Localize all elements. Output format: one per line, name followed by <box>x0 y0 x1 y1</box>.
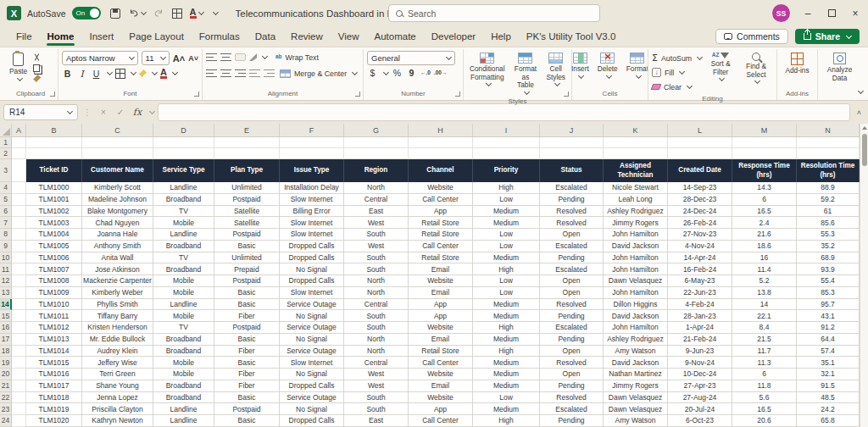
wrap-text-button[interactable]: ab Wrap Text <box>275 51 319 64</box>
table-cell[interactable]: Low <box>473 229 540 241</box>
table-cell[interactable]: No Signal <box>280 369 344 380</box>
table-cell[interactable]: TLM1017 <box>26 380 82 392</box>
number-dialog-launcher[interactable] <box>455 92 460 97</box>
row-header-5[interactable]: 5 <box>0 194 12 206</box>
cell-A2[interactable] <box>12 148 26 159</box>
restore-button[interactable] <box>826 8 837 19</box>
table-cell[interactable]: Billing Error <box>280 206 344 218</box>
cell[interactable] <box>604 148 668 159</box>
table-cell[interactable]: Basic <box>214 241 280 252</box>
table-cell[interactable]: Postpaid <box>214 275 280 287</box>
tab-help[interactable]: Help <box>483 28 519 45</box>
table-cell[interactable]: Mobile <box>153 310 214 322</box>
sort-filter-button[interactable]: AZ Sort & Filter <box>705 51 736 82</box>
table-cell[interactable]: App <box>409 403 473 415</box>
column-header-D[interactable]: D <box>153 124 214 136</box>
table-cell[interactable]: Blake Montgomery <box>82 206 153 218</box>
table-cell[interactable]: 91.5 <box>797 380 860 392</box>
table-cell[interactable]: East <box>344 206 409 218</box>
table-cell[interactable]: Prepaid <box>214 263 280 275</box>
table-cell[interactable]: Website <box>409 182 473 194</box>
table-cell[interactable]: High <box>473 322 540 334</box>
table-cell[interactable]: David Jackson <box>604 357 668 369</box>
row-header-7[interactable]: 7 <box>0 217 12 229</box>
table-cell[interactable]: TLM1012 <box>26 322 82 334</box>
table-cell[interactable]: 5.2 <box>732 275 797 287</box>
table-cell[interactable]: Landline <box>153 229 214 241</box>
increase-font-icon[interactable]: A˄ <box>173 53 185 64</box>
table-cell[interactable]: No Signal <box>280 263 344 275</box>
scrollbar-thumb[interactable] <box>862 134 867 166</box>
table-cell[interactable]: Basic <box>214 415 280 427</box>
table-cell[interactable]: East <box>344 415 409 427</box>
table-cell[interactable]: Open <box>540 369 604 380</box>
table-header-status[interactable]: Status <box>540 159 604 182</box>
table-cell[interactable]: TLM1009 <box>26 287 82 299</box>
table-cell[interactable]: North <box>344 287 409 299</box>
table-cell[interactable]: Open <box>540 287 604 299</box>
table-cell[interactable]: 4-Feb-24 <box>668 299 732 311</box>
cell-A24[interactable] <box>12 415 26 427</box>
table-cell[interactable]: 26-Feb-24 <box>668 217 732 229</box>
table-cell[interactable]: North <box>344 275 409 287</box>
font-color-button[interactable]: A <box>160 68 167 79</box>
tab-file[interactable]: File <box>8 28 40 45</box>
table-header-plan-type[interactable]: Plan Type <box>214 159 280 182</box>
table-cell[interactable]: Dawn Velasquez <box>604 275 668 287</box>
column-header-M[interactable]: M <box>732 124 797 136</box>
decrease-decimal-icon[interactable]: .00→ <box>434 70 448 76</box>
table-cell[interactable]: Pending <box>540 415 604 427</box>
table-cell[interactable]: Email <box>409 287 473 299</box>
increase-decimal-icon[interactable]: ←.0 <box>420 70 431 76</box>
cell[interactable] <box>344 148 409 159</box>
table-cell[interactable]: TLM1016 <box>26 369 82 380</box>
cell[interactable] <box>732 148 797 159</box>
row-header-4[interactable]: 4 <box>0 182 12 194</box>
clipboard-dialog-launcher[interactable] <box>50 92 55 97</box>
table-cell[interactable]: Website <box>409 369 473 380</box>
table-cell[interactable]: 68.9 <box>797 252 860 264</box>
column-header-I[interactable]: I <box>473 124 540 136</box>
table-cell[interactable]: Broadband <box>153 334 214 346</box>
cancel-icon[interactable]: × <box>97 108 110 117</box>
table-cell[interactable]: Fiber <box>214 380 280 392</box>
table-cell[interactable]: Fiber <box>214 346 280 358</box>
table-cell[interactable]: Medium <box>473 380 540 392</box>
row-header-21[interactable]: 21 <box>0 380 12 392</box>
table-header-assigned-technician[interactable]: Assigned Technician <box>604 159 668 182</box>
cell[interactable] <box>797 148 860 159</box>
table-cell[interactable]: 28-Jan-23 <box>668 310 732 322</box>
table-cell[interactable]: John Hamilton <box>604 322 668 334</box>
bold-button[interactable]: B <box>62 69 73 79</box>
table-cell[interactable]: Resolved <box>540 357 604 369</box>
table-cell[interactable]: Tiffany Barry <box>82 310 153 322</box>
table-header-region[interactable]: Region <box>344 159 409 182</box>
table-cell[interactable]: Call Center <box>409 415 473 427</box>
table-cell[interactable]: 28-Dec-23 <box>668 194 732 206</box>
table-cell[interactable]: 55.4 <box>797 275 860 287</box>
column-header-H[interactable]: H <box>409 124 473 136</box>
table-cell[interactable]: Unlimited <box>214 182 280 194</box>
table-cell[interactable]: Mobile <box>153 357 214 369</box>
table-cell[interactable]: No Signal <box>280 310 344 322</box>
table-cell[interactable]: 5.6 <box>732 392 797 404</box>
table-cell[interactable]: Medium <box>473 357 540 369</box>
table-cell[interactable]: Low <box>473 194 540 206</box>
autosave-toggle[interactable]: On <box>72 7 101 19</box>
table-cell[interactable]: Landline <box>153 182 214 194</box>
format-painter-icon[interactable] <box>33 75 41 82</box>
table-cell[interactable]: Anita Wall <box>82 252 153 264</box>
table-cell[interactable]: Mobile <box>153 217 214 229</box>
table-cell[interactable]: 27-Nov-23 <box>668 229 732 241</box>
table-cell[interactable]: Jeffery Wise <box>82 357 153 369</box>
cut-icon[interactable] <box>33 53 42 62</box>
cell-A8[interactable] <box>12 229 26 241</box>
table-cell[interactable]: TLM1010 <box>26 299 82 311</box>
table-cell[interactable]: TLM1005 <box>26 241 82 252</box>
row-header-1[interactable]: 1 <box>0 137 12 148</box>
table-header-response-time-hrs[interactable]: Response Time (hrs) <box>732 159 797 182</box>
table-cell[interactable]: Central <box>344 299 409 311</box>
table-cell[interactable]: Medium <box>473 206 540 218</box>
select-all-corner[interactable] <box>0 124 12 136</box>
table-cell[interactable]: Retail Store <box>409 217 473 229</box>
